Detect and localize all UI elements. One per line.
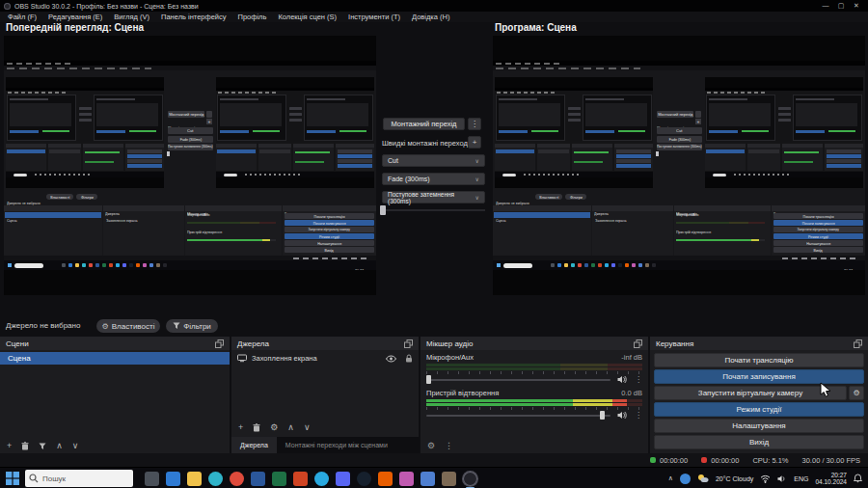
mini-clock: 20:27: [844, 262, 863, 270]
properties-button[interactable]: ⚙ Властивості: [96, 319, 160, 333]
move-source-up-button[interactable]: ∧: [287, 423, 294, 432]
remove-source-button[interactable]: [253, 423, 260, 432]
photos-icon[interactable]: [420, 472, 435, 486]
sources-dock-header[interactable]: Джерела: [231, 337, 419, 350]
start-recording-button[interactable]: Почати записування: [654, 369, 864, 384]
menu-docks[interactable]: Панель інтерфейсу: [155, 13, 232, 21]
speaker-icon[interactable]: [617, 411, 628, 420]
paint-icon[interactable]: [399, 472, 414, 486]
speaker-icon[interactable]: [617, 375, 628, 384]
weather-text[interactable]: 20°C Cloudy: [716, 475, 753, 482]
studio-mode-button[interactable]: Режим студії: [654, 402, 864, 417]
quick-transition-fade-to-black[interactable]: Поступове затемнення (300ms)∨: [382, 191, 485, 203]
source-properties-button[interactable]: ⚙: [270, 423, 278, 432]
scene-filters-button[interactable]: [39, 443, 46, 450]
move-source-down-button[interactable]: ∨: [304, 423, 311, 432]
program-video[interactable]: Попередній перегляд: Сцена Програма: Сце…: [493, 61, 865, 270]
popout-dock-icon[interactable]: [215, 339, 224, 348]
move-scene-down-button[interactable]: ∨: [72, 442, 79, 450]
mini-nested-program: [583, 95, 651, 140]
clock[interactable]: 20:27 04.10.2024: [815, 472, 847, 486]
exit-button[interactable]: Вихід: [654, 435, 864, 449]
menu-edit[interactable]: Редагування (E): [42, 13, 108, 21]
minimize-icon[interactable]: —: [818, 0, 833, 12]
t-bar-track[interactable]: [382, 209, 485, 211]
tab-sources[interactable]: Джерела: [231, 437, 277, 453]
popout-dock-icon[interactable]: [634, 339, 642, 348]
start-button[interactable]: [6, 472, 19, 485]
search-input[interactable]: [42, 470, 129, 487]
mini-nested-menubar: [497, 92, 555, 94]
popout-dock-icon[interactable]: [854, 339, 862, 348]
volume-icon[interactable]: [777, 474, 787, 483]
start-virtual-camera-button[interactable]: Запустити віртуальну камеру: [654, 386, 847, 400]
gear-icon: ⚙: [102, 322, 109, 331]
steam-icon[interactable]: [357, 472, 371, 486]
file-explorer-icon[interactable]: [187, 472, 202, 486]
channel-kebab-icon[interactable]: ⋮: [635, 375, 642, 384]
menu-file[interactable]: Файл (F): [2, 13, 42, 21]
start-streaming-button[interactable]: Почати трансляцію: [654, 353, 864, 367]
mixer-settings-gear-icon[interactable]: ⚙: [427, 441, 435, 450]
notifications-bell-icon[interactable]: [854, 474, 862, 483]
remove-scene-button[interactable]: [21, 442, 29, 450]
menu-profile[interactable]: Профіль: [232, 13, 273, 21]
wifi-icon[interactable]: [760, 474, 771, 483]
source-list-item[interactable]: Захоплення екрана: [231, 352, 419, 365]
mixer-kebab-icon[interactable]: ⋮: [445, 441, 453, 450]
telegram-icon[interactable]: [314, 472, 329, 486]
eye-visible-icon[interactable]: [386, 355, 396, 363]
widgets-icon[interactable]: [166, 472, 180, 486]
transition-kebab-icon[interactable]: ⋮: [468, 118, 481, 130]
maximize-icon[interactable]: ▢: [833, 0, 849, 12]
scenes-dock-header[interactable]: Сцени: [0, 337, 230, 350]
add-quick-transition-button[interactable]: +: [468, 136, 481, 149]
preview-video[interactable]: Попередній перегляд: Сцена Програма: Сце…: [4, 61, 376, 270]
gimp-icon[interactable]: [442, 472, 456, 486]
close-icon[interactable]: ✕: [849, 0, 864, 12]
chrome-icon[interactable]: [230, 472, 244, 486]
menu-scene-collection[interactable]: Колекція сцен (S): [272, 13, 342, 21]
tab-scene-transitions[interactable]: Монтажні переходи між сценами: [277, 437, 396, 453]
tray-expand-icon[interactable]: ∧: [668, 474, 673, 482]
edge-icon[interactable]: [208, 472, 223, 486]
word-icon[interactable]: [251, 472, 265, 486]
tray-app-icon[interactable]: [680, 474, 691, 484]
mini-taskbar-icon: [625, 263, 629, 267]
lock-icon[interactable]: [405, 354, 413, 363]
mini-nested-scenes-dock: [6, 144, 46, 171]
popout-dock-icon[interactable]: [404, 339, 413, 348]
powerpoint-icon[interactable]: [293, 472, 308, 486]
controls-dock-header[interactable]: Керування: [650, 337, 868, 350]
virtual-camera-settings-gear-icon[interactable]: ⚙: [849, 386, 864, 400]
preview-pane[interactable]: Попередній перегляд: Сцена Програма: Сце…: [4, 36, 376, 295]
settings-button[interactable]: Налаштування: [654, 419, 864, 433]
mixer-dock-header[interactable]: Мікшер аудіо: [420, 337, 648, 350]
quick-transition-fade[interactable]: Fade (300ms)∨: [382, 173, 485, 185]
transition-button[interactable]: Монтажний перехід: [383, 118, 465, 130]
menu-tools[interactable]: Інструменти (T): [342, 13, 406, 21]
t-bar-handle[interactable]: [380, 205, 386, 215]
quick-transition-cut[interactable]: Cut∨: [382, 154, 485, 167]
program-pane[interactable]: Попередній перегляд: Сцена Програма: Сце…: [493, 36, 865, 295]
mini-taskbar-icon: [551, 263, 555, 267]
mini-transition-fade-to-black: Поступове затемнення (300ms): [657, 144, 702, 150]
add-source-button[interactable]: +: [238, 423, 243, 432]
taskbar-search[interactable]: [25, 470, 133, 487]
discord-icon[interactable]: [336, 472, 350, 486]
volume-slider[interactable]: [426, 375, 610, 384]
task-view-icon[interactable]: [145, 472, 159, 486]
obs-studio-icon[interactable]: [463, 472, 477, 486]
menu-help[interactable]: Довідка (H): [406, 13, 455, 21]
scene-list-item[interactable]: Сцена: [0, 352, 230, 365]
mini-mixer-dock: Мікшер аудіо Мікрофон/Aux Пристрій відтв…: [185, 205, 282, 256]
menu-view[interactable]: Вигляд (V): [108, 13, 155, 21]
volume-slider[interactable]: [426, 411, 610, 420]
move-scene-up-button[interactable]: ∧: [56, 442, 63, 450]
language-indicator[interactable]: ENG: [794, 475, 808, 482]
channel-kebab-icon[interactable]: ⋮: [635, 411, 642, 420]
excel-icon[interactable]: [272, 472, 286, 486]
vlc-icon[interactable]: [378, 472, 393, 486]
filters-button[interactable]: Фільтри: [166, 319, 218, 333]
add-scene-button[interactable]: +: [7, 442, 12, 450]
